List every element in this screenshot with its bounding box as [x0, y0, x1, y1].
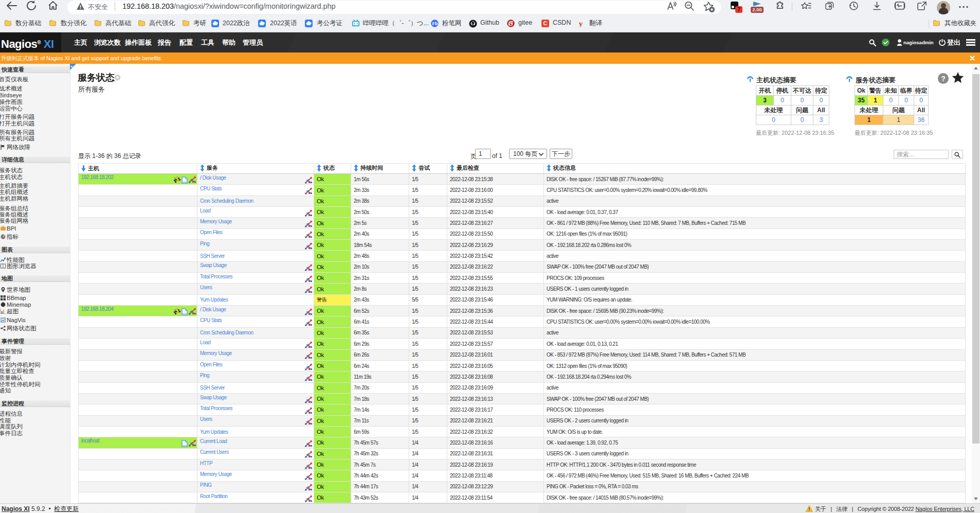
svg-text:Fb: Fb — [432, 21, 438, 26]
svg-text:C: C — [543, 20, 547, 26]
svg-text:y: y — [579, 20, 583, 27]
svg-text:?: ? — [941, 75, 946, 83]
